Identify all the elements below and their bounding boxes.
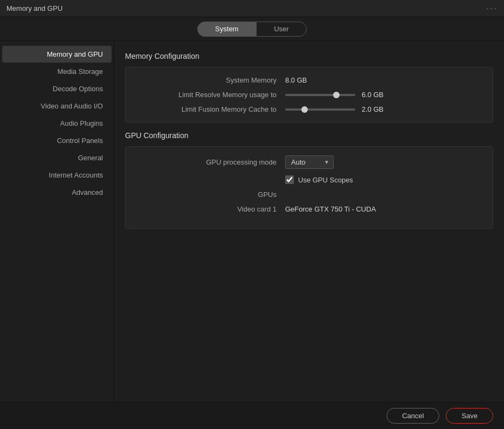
sidebar: Memory and GPU Media Storage Decode Opti… [0, 41, 114, 402]
fusion-memory-slider-container: 2.0 GB [285, 105, 383, 113]
resolve-memory-value: 6.0 GB [362, 91, 383, 99]
save-button[interactable]: Save [446, 408, 493, 424]
gpu-processing-mode-select-wrapper: Auto CUDA OpenCL ▼ [285, 155, 334, 169]
sidebar-item-decode-options[interactable]: Decode Options [2, 80, 112, 97]
title-bar: Memory and GPU ··· [0, 0, 504, 17]
sidebar-item-video-audio-io[interactable]: Video and Audio I/O [2, 98, 112, 114]
main-layout: Memory and GPU Media Storage Decode Opti… [0, 41, 504, 402]
sidebar-item-advanced[interactable]: Advanced [2, 184, 112, 201]
memory-config-title: Memory Configuration [125, 52, 493, 60]
fusion-memory-value: 2.0 GB [362, 105, 383, 113]
tab-bar: System User [0, 17, 504, 41]
use-gpu-scopes-wrapper: Use GPU Scopes [285, 175, 353, 184]
use-gpu-scopes-row: Use GPU Scopes [136, 175, 482, 184]
system-memory-value: 8.0 GB [285, 76, 307, 84]
gpus-label-row: GPUs [136, 190, 482, 199]
window-title: Memory and GPU [6, 4, 63, 12]
fusion-memory-slider[interactable] [285, 108, 355, 111]
resolve-memory-slider-container: 6.0 GB [285, 91, 383, 99]
gpu-processing-mode-label: GPU processing mode [136, 158, 277, 166]
cancel-button[interactable]: Cancel [386, 408, 439, 424]
video-card-label: Video card 1 [136, 205, 277, 213]
gpu-config-title: GPU Configuration [125, 131, 493, 140]
system-memory-label: System Memory [136, 76, 277, 84]
gpu-config-card: GPU processing mode Auto CUDA OpenCL ▼ U… [125, 146, 493, 229]
sidebar-item-internet-accounts[interactable]: Internet Accounts [2, 167, 112, 183]
tab-user[interactable]: User [256, 22, 306, 37]
resolve-memory-label: Limit Resolve Memory usage to [136, 91, 277, 99]
gpus-label: GPUs [136, 190, 277, 199]
system-memory-row: System Memory 8.0 GB [136, 76, 482, 84]
video-card-row: Video card 1 GeForce GTX 750 Ti - CUDA [136, 205, 482, 213]
bottom-bar: Cancel Save [0, 402, 504, 429]
resolve-memory-slider[interactable] [285, 94, 355, 96]
gpu-processing-mode-select[interactable]: Auto CUDA OpenCL [285, 155, 334, 169]
menu-dots[interactable]: ··· [486, 3, 498, 14]
memory-config-card: System Memory 8.0 GB Limit Resolve Memor… [125, 67, 493, 122]
use-gpu-scopes-checkbox[interactable] [285, 175, 294, 184]
video-card-value: GeForce GTX 750 Ti - CUDA [285, 205, 376, 213]
sidebar-item-memory-gpu[interactable]: Memory and GPU [2, 46, 112, 63]
sidebar-item-audio-plugins[interactable]: Audio Plugins [2, 115, 112, 132]
fusion-memory-row: Limit Fusion Memory Cache to 2.0 GB [136, 105, 482, 113]
content-area: Memory Configuration System Memory 8.0 G… [114, 41, 504, 402]
gpu-processing-mode-row: GPU processing mode Auto CUDA OpenCL ▼ [136, 155, 482, 169]
use-gpu-scopes-label: Use GPU Scopes [298, 176, 353, 184]
sidebar-item-control-panels[interactable]: Control Panels [2, 132, 112, 149]
resolve-memory-row: Limit Resolve Memory usage to 6.0 GB [136, 91, 482, 99]
sidebar-item-general[interactable]: General [2, 149, 112, 166]
sidebar-item-media-storage[interactable]: Media Storage [2, 63, 112, 80]
tab-system[interactable]: System [197, 22, 256, 37]
fusion-memory-label: Limit Fusion Memory Cache to [136, 105, 277, 113]
